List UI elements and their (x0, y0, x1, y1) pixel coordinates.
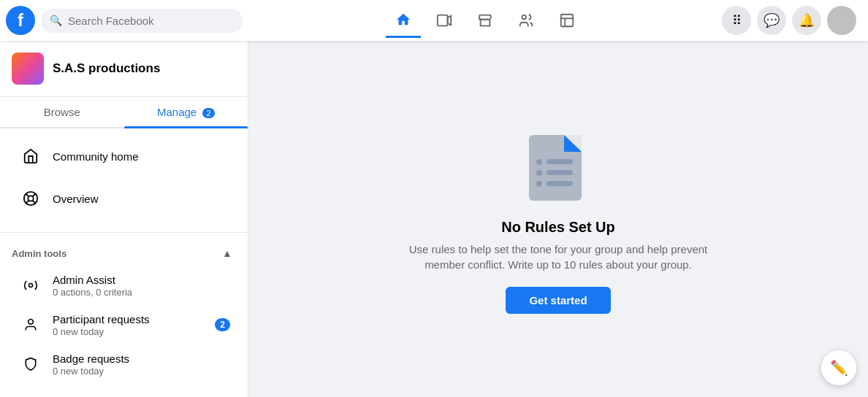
nav-left: f 🔍 (0, 6, 248, 35)
sidebar-item-community-home-label: Community home (53, 150, 139, 163)
messenger-button[interactable]: 💬 (757, 6, 786, 35)
search-icon: 🔍 (50, 15, 62, 26)
svg-point-17 (536, 181, 542, 187)
svg-point-15 (536, 170, 542, 176)
sidebar-item-overview[interactable]: Overview (6, 178, 242, 219)
group-header: S.A.S productions (0, 41, 248, 97)
participant-requests-sub: 0 new today (53, 326, 215, 337)
empty-state: No Rules Set Up Use rules to help set th… (376, 95, 741, 343)
rules-illustration (522, 124, 595, 204)
svg-point-9 (29, 284, 33, 288)
nav-groups-icon[interactable] (509, 3, 544, 38)
admin-item-participant-requests[interactable]: Participant requests 0 new today 2 (6, 306, 242, 344)
tab-manage[interactable]: Manage 2 (124, 97, 248, 127)
empty-description: Use rules to help set the tone for your … (405, 242, 712, 272)
divider (0, 232, 248, 233)
top-navigation: f 🔍 ⠿ 💬 🔔 (0, 0, 868, 41)
admin-assist-icon (18, 272, 44, 298)
badge-requests-icon (18, 351, 44, 377)
svg-rect-14 (547, 159, 573, 164)
admin-tools-items: Admin Assist 0 actions, 0 criteria Parti… (0, 266, 248, 397)
facebook-logo[interactable]: f (6, 6, 35, 35)
svg-line-7 (33, 194, 36, 197)
sidebar: S.A.S productions Browse Manage 2 Commun… (0, 41, 248, 397)
svg-point-4 (28, 196, 33, 201)
nav-marketplace-icon[interactable] (468, 3, 503, 38)
sidebar-navigation: Community home Overview (0, 128, 248, 226)
compose-fab[interactable]: ✏️ (821, 350, 856, 385)
search-box[interactable]: 🔍 (41, 9, 243, 33)
svg-point-10 (28, 320, 34, 325)
nav-video-icon[interactable] (427, 3, 462, 38)
nav-pages-icon[interactable] (549, 3, 585, 38)
admin-tools-title: Admin tools (12, 248, 66, 259)
group-avatar (12, 53, 44, 85)
search-input[interactable] (68, 15, 234, 27)
group-name: S.A.S productions (53, 61, 160, 76)
sidebar-item-overview-label: Overview (53, 193, 99, 205)
admin-tools-toggle[interactable]: ▲ (218, 244, 236, 262)
empty-title: No Rules Set Up (501, 219, 615, 236)
svg-rect-0 (438, 15, 448, 26)
nav-home-icon[interactable] (386, 3, 421, 38)
admin-assist-sub: 0 actions, 0 criteria (53, 287, 230, 298)
participant-requests-icon (18, 312, 44, 338)
notifications-button[interactable]: 🔔 (792, 6, 821, 35)
nav-right: ⠿ 💬 🔔 (722, 6, 868, 35)
svg-rect-16 (547, 170, 573, 175)
participant-requests-badge: 2 (215, 318, 230, 331)
nav-center (248, 3, 722, 38)
admin-item-admin-assist[interactable]: Admin Assist 0 actions, 0 criteria (6, 266, 242, 304)
svg-line-5 (26, 194, 29, 197)
compose-icon: ✏️ (830, 359, 848, 377)
tabs: Browse Manage 2 (0, 97, 248, 128)
apps-button[interactable]: ⠿ (722, 6, 751, 35)
manage-tab-badge: 2 (202, 108, 214, 118)
badge-requests-sub: 0 new today (53, 366, 230, 377)
participation-questions-icon (18, 390, 44, 397)
main-content: No Rules Set Up Use rules to help set th… (248, 41, 868, 397)
home-icon (18, 143, 44, 169)
svg-point-13 (536, 159, 542, 165)
get-started-button[interactable]: Get started (506, 287, 610, 314)
admin-item-participation-questions[interactable]: Participation questions (6, 385, 242, 397)
admin-item-badge-requests[interactable]: Badge requests 0 new today (6, 345, 242, 383)
sidebar-item-community-home[interactable]: Community home (6, 136, 242, 177)
user-avatar[interactable] (827, 6, 856, 35)
svg-rect-2 (561, 15, 574, 27)
svg-line-6 (33, 201, 36, 204)
participant-requests-title: Participant requests (53, 313, 215, 325)
svg-rect-18 (547, 181, 573, 186)
overview-icon (18, 185, 44, 212)
admin-tools-header: Admin tools ▲ (0, 239, 248, 265)
admin-assist-title: Admin Assist (53, 274, 230, 286)
badge-requests-title: Badge requests (53, 352, 230, 365)
svg-point-1 (522, 15, 527, 20)
svg-line-8 (26, 201, 29, 204)
tab-browse[interactable]: Browse (0, 97, 124, 127)
